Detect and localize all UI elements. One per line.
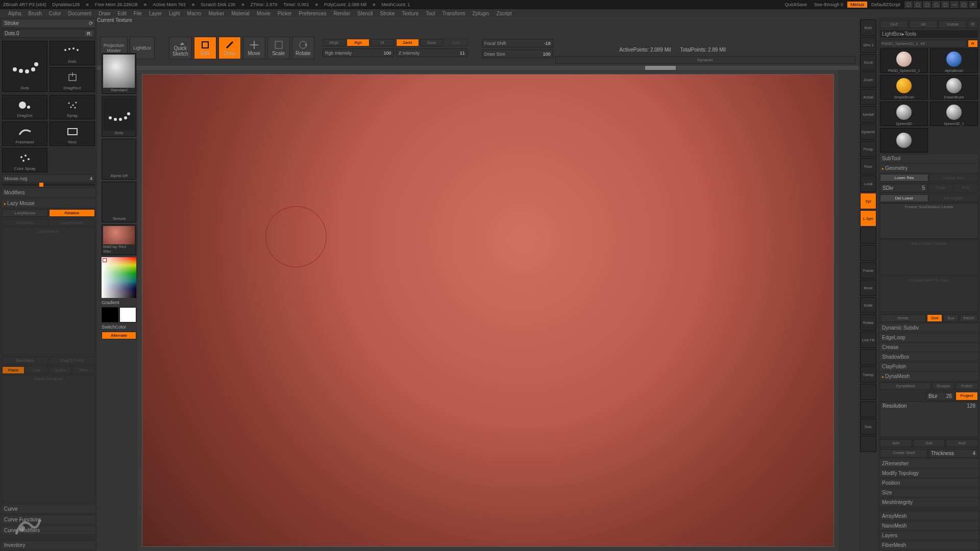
line-button[interactable]: Line <box>26 366 48 374</box>
menu-item[interactable]: Preferences <box>296 11 330 16</box>
rstr-button[interactable]: Rstr <box>954 184 978 192</box>
shelf-empty[interactable] <box>860 436 876 452</box>
viewport-3d[interactable] <box>142 74 834 547</box>
menu-item[interactable]: Brush <box>26 11 45 16</box>
viewport[interactable] <box>138 70 838 551</box>
r-button[interactable]: R <box>968 20 978 28</box>
lazymouse-section[interactable]: Lazy Mouse <box>2 199 95 207</box>
stroke-dots[interactable]: Dots <box>2 41 47 92</box>
alternate-button[interactable]: Alternate <box>102 332 136 339</box>
tool-eraserbrush[interactable]: EraserBrush <box>930 75 978 99</box>
menu-item[interactable]: Draw <box>95 11 113 16</box>
see-through[interactable]: See-through 0 <box>811 2 846 8</box>
dynamesh-button[interactable]: DynaMesh <box>880 382 931 390</box>
resolution-slider[interactable]: Resolution 128 <box>880 402 978 437</box>
black-swatch[interactable] <box>102 307 118 322</box>
menu-item[interactable]: Transform <box>439 11 468 16</box>
plane-button[interactable]: Plane <box>2 366 24 374</box>
texture-cell[interactable]: Texture <box>102 182 136 222</box>
path-button[interactable]: Path <box>72 366 95 374</box>
and-button[interactable]: And <box>946 439 978 447</box>
stroke-dragrect[interactable]: DragRect <box>50 67 95 92</box>
menu-item[interactable]: Edit <box>115 11 130 16</box>
freeze-subdiv-button[interactable]: Freeze SubDivision Levels <box>880 203 978 239</box>
modify-topology-section[interactable]: Modify Topology <box>880 469 978 477</box>
layers-section[interactable]: Layers <box>880 532 978 539</box>
menu-item[interactable]: Tool <box>423 11 438 16</box>
tool-sphere3d-1[interactable]: Sphere3D_1 <box>930 102 978 126</box>
default-zscript[interactable]: DefaultZScript <box>868 2 903 8</box>
del-lower-button[interactable]: Del Lower <box>880 194 928 202</box>
convert-bpr-button[interactable]: Convert BPR To Geo <box>880 277 978 312</box>
position-section[interactable]: Position <box>880 479 978 487</box>
shelf-zoom[interactable]: Zoom <box>860 71 876 88</box>
menu-item[interactable]: Alpha <box>5 11 24 16</box>
m-button[interactable]: M <box>371 39 394 46</box>
shelf-empty[interactable] <box>860 349 876 365</box>
quicksave-button[interactable]: QuickSave <box>781 2 810 8</box>
window-button[interactable]: ▢ <box>932 1 940 8</box>
menu-item[interactable]: Material <box>229 11 253 16</box>
dynamesh-section[interactable]: DynaMesh <box>880 372 978 380</box>
move-button[interactable]: Move <box>243 37 265 59</box>
relative-button[interactable]: Relative <box>49 209 95 217</box>
del-higher-button[interactable]: Del Higher <box>929 194 978 202</box>
tool-alphabrush[interactable]: AlphaBrush <box>930 48 978 73</box>
menu-item[interactable]: Macro <box>184 11 205 16</box>
stroke-panel-title[interactable]: Stroke ⟳ <box>2 19 95 27</box>
goz-button[interactable]: GoZ <box>880 20 908 28</box>
shelf-empty[interactable] <box>860 245 876 261</box>
shelf-dynamic[interactable]: Dynamic <box>860 123 876 140</box>
quick-sketch-button[interactable]: Quick Sketch <box>169 37 192 59</box>
shelf-scroll[interactable]: Scroll <box>860 54 876 70</box>
shelf-persp[interactable]: Persp <box>860 141 876 157</box>
r-button[interactable]: R <box>968 40 978 47</box>
shelf-local[interactable]: Local <box>860 176 876 192</box>
lightbox-tools[interactable]: LightBox▸Tools <box>880 30 978 38</box>
lower-res-button[interactable]: Lower Res <box>880 174 928 182</box>
menu-item[interactable]: Light <box>166 11 183 16</box>
close-button[interactable]: ✕ <box>969 1 977 8</box>
menu-item[interactable]: Color <box>46 11 64 16</box>
crease-section[interactable]: Crease <box>880 343 978 351</box>
polish-button[interactable]: Polish <box>955 382 978 390</box>
geometry-section[interactable]: Geometry <box>880 164 978 172</box>
r-button[interactable]: R <box>85 31 93 36</box>
menu-item[interactable]: File <box>131 11 145 16</box>
shelf-empty[interactable] <box>860 228 876 244</box>
arraymesh-section[interactable]: ArrayMesh <box>880 512 978 520</box>
horizontal-scrollbar[interactable] <box>97 66 859 70</box>
fibermesh-section[interactable]: FiberMesh <box>880 541 978 549</box>
draw-button[interactable]: Draw <box>218 37 241 59</box>
size-section[interactable]: Size <box>880 489 978 496</box>
meshintegrity-section[interactable]: MeshIntegrity <box>880 498 978 506</box>
project-button[interactable]: Project <box>955 392 978 400</box>
reconstruct-subdiv-button[interactable]: Reconstruct Subdiv <box>880 240 978 276</box>
matcap-cell[interactable]: MatCap Red Wax <box>102 224 136 255</box>
blur-slider[interactable]: Blur 26 <box>926 392 954 400</box>
sub-button[interactable]: Sub <box>913 439 945 447</box>
switch-color-button[interactable]: SwitchColor <box>102 324 136 330</box>
menus-button[interactable]: Menus <box>847 2 867 8</box>
shelf-empty[interactable] <box>860 401 876 417</box>
higher-res-button[interactable]: Higher Res <box>929 174 978 182</box>
claypolish-section[interactable]: ClayPolish <box>880 363 978 370</box>
menu-item[interactable]: Movie <box>254 11 274 16</box>
add-button[interactable]: Add <box>880 439 912 447</box>
zremesher-section[interactable]: ZRemesher <box>880 460 978 467</box>
backtrack-button[interactable]: Backtrack <box>2 357 48 364</box>
shelf-rotate[interactable]: Rotate <box>860 314 876 331</box>
visible-button[interactable]: Visible <box>939 20 967 28</box>
modifiers-section[interactable]: Modifiers <box>2 189 95 196</box>
focal-shift-slider[interactable]: Focal Shift -18 <box>482 39 553 47</box>
groups-button[interactable]: Groups <box>932 382 954 390</box>
dots-stroke-cell[interactable]: Dots <box>102 96 136 137</box>
sdiv-slider[interactable]: SDiv 5 <box>880 184 927 192</box>
mouse-avg-slider[interactable]: Mouse Avg 4 <box>2 174 95 183</box>
window-button[interactable]: ▢ <box>923 1 931 8</box>
shelf-empty[interactable] <box>860 384 876 400</box>
zsub-button[interactable]: Zsub <box>420 39 443 46</box>
stroke-freehand[interactable]: FreeHand <box>2 121 47 146</box>
standard-brush-cell[interactable]: Standard <box>102 53 136 94</box>
menu-item[interactable]: Zscript <box>493 11 514 16</box>
